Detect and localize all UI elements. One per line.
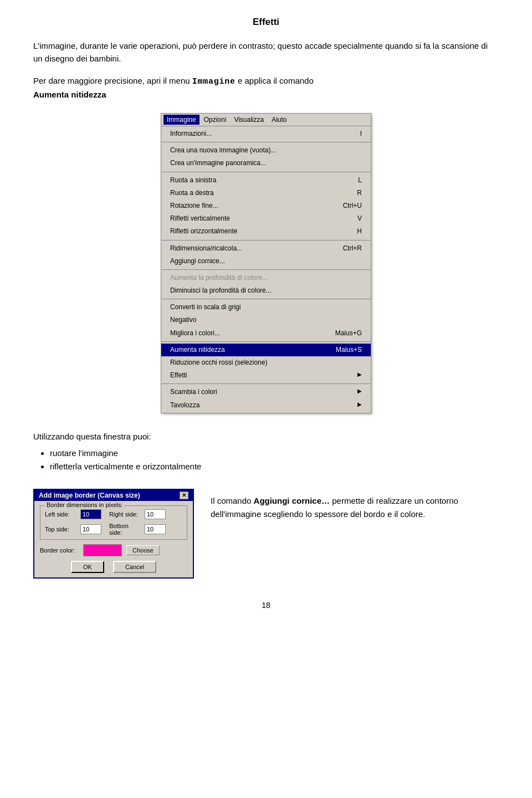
intro-text: L'immagine, durante le varie operazioni,… <box>33 40 499 65</box>
feature-item-2: rifletterla verticalmente e orizzontalme… <box>50 460 499 473</box>
menu-item-tavolozza: Tavolozza <box>161 399 371 412</box>
label-bottom-side: Bottom side: <box>109 523 142 536</box>
menu-sep-5 <box>161 299 371 299</box>
instruction-before: Per dare maggiore precisione, apri il me… <box>33 76 192 85</box>
bottom-section: Add image border (Canvas size) ✕ Border … <box>33 489 499 579</box>
menu-sep-6 <box>161 341 371 342</box>
menu-item-ridimensiona: Ridimensiona/ricalcola... Ctrl+R <box>161 242 371 255</box>
input-bottom-side[interactable] <box>145 524 166 534</box>
input-right-side[interactable] <box>145 509 166 519</box>
menu-item-rifletti-vert: Rifletti verticalmente V <box>161 212 371 225</box>
menu-sep-3 <box>161 240 371 241</box>
page-number: 18 <box>33 601 499 610</box>
menu-item-negativo: Negativo <box>161 314 371 326</box>
color-label: Border color: <box>40 547 79 554</box>
input-top-side[interactable] <box>80 524 101 534</box>
menu-item-crea-panoramica: Crea un'immagine panoramica... <box>161 157 371 170</box>
dialog-title: Add image border (Canvas size) <box>39 492 140 499</box>
choose-button[interactable]: Choose <box>126 545 160 555</box>
menu-item-informazioni: Informazioni... I <box>161 127 371 140</box>
menu-item-rotazione-fine: Rotazione fine... Ctrl+U <box>161 200 371 212</box>
feature-list: Utilizzando questa finestra puoi: ruotar… <box>33 430 499 473</box>
menu-sep-2 <box>161 172 371 172</box>
menu-item-rifletti-oriz: Rifletti orizzontalmente H <box>161 225 371 238</box>
dialog-group: Border dimensions in pixels: Left side: … <box>40 505 187 540</box>
color-row: Border color: Choose <box>40 544 187 556</box>
menu-item-effetti: Effetti <box>161 369 371 382</box>
label-right-side: Right side: <box>109 511 142 518</box>
menu-item-crea-nuova: Crea una nuova immagine (vuota)... <box>161 144 371 157</box>
menu-item-diminuisci-profondita: Diminuisci la profondità di colore... <box>161 284 371 297</box>
menu-sep-4 <box>161 269 371 270</box>
menu-items-list: Informazioni... I Crea una nuova immagin… <box>161 126 371 413</box>
label-top-side: Top side: <box>45 526 78 533</box>
menu-item-aumenta-nitidezza: Aumenta nitidezza Maius+S <box>161 344 371 356</box>
feature-item-1: ruotare l'immagine <box>50 447 499 460</box>
menu-item-scala-grigi: Converti in scala di grigi <box>161 301 371 314</box>
label-left-side: Left side: <box>45 511 78 518</box>
page-title: Effetti <box>33 17 499 28</box>
cancel-button[interactable]: Cancel <box>113 561 156 573</box>
instruction-text: Per dare maggiore precisione, apri il me… <box>33 75 499 101</box>
menu-sep-1 <box>161 142 371 142</box>
dialog-close-button[interactable]: ✕ <box>180 492 188 499</box>
dialog-row-top: Top side: Bottom side: <box>45 523 182 536</box>
menu-sep-7 <box>161 383 371 384</box>
menu-item-scambia-colori: Scambia i colori <box>161 386 371 398</box>
color-swatch <box>83 544 122 556</box>
bottom-text-before: Il comando <box>211 496 254 505</box>
feature-heading: Utilizzando questa finestra puoi: <box>33 430 499 443</box>
menu-item-ruota-sinistra: Ruota a sinistra L <box>161 174 371 187</box>
menu-bar-opzioni: Opzioni <box>201 115 230 125</box>
menu-bar-immagine: Immagine <box>163 115 200 125</box>
dialog-titlebar: Add image border (Canvas size) ✕ <box>34 490 193 501</box>
instruction-middle: e applica il comando <box>236 76 314 85</box>
menu-item-migliora-colori: Migliora i colori... Maius+G <box>161 327 371 340</box>
menu-bar: Immagine Opzioni Visualizza Aiuto <box>161 114 371 126</box>
bottom-cmd-name: Aggiungi cornice… <box>254 496 330 505</box>
menu-window: Immagine Opzioni Visualizza Aiuto Inform… <box>161 113 371 413</box>
menu-item-ruota-destra: Ruota a destra R <box>161 187 371 200</box>
input-left-side[interactable] <box>80 509 101 519</box>
ok-button[interactable]: OK <box>71 561 104 573</box>
bottom-description: Il comando Aggiungi cornice… permette di… <box>211 489 499 521</box>
dialog-row-left: Left side: Right side: <box>45 509 182 519</box>
cmd-name-ref: Aumenta nitidezza <box>33 90 106 99</box>
menu-bar-aiuto: Aiuto <box>268 115 290 125</box>
dialog-body: Border dimensions in pixels: Left side: … <box>34 501 193 577</box>
dialog-buttons: OK Cancel <box>40 561 187 573</box>
menu-screenshot: Immagine Opzioni Visualizza Aiuto Inform… <box>33 113 499 413</box>
menu-item-aggiungi-cornice: Aggiungi cornice... <box>161 255 371 268</box>
dialog-group-label: Border dimensions in pixels: <box>45 502 125 508</box>
menu-item-occhi-rossi: Riduzione occhi rossi (selezione) <box>161 356 371 369</box>
menu-item-aumenta-profondita: Aumenta la profondità di colore... <box>161 272 371 284</box>
menu-bar-visualizza: Visualizza <box>231 115 267 125</box>
dialog-box: Add image border (Canvas size) ✕ Border … <box>33 489 194 579</box>
menu-name-ref: Immagine <box>192 77 236 86</box>
